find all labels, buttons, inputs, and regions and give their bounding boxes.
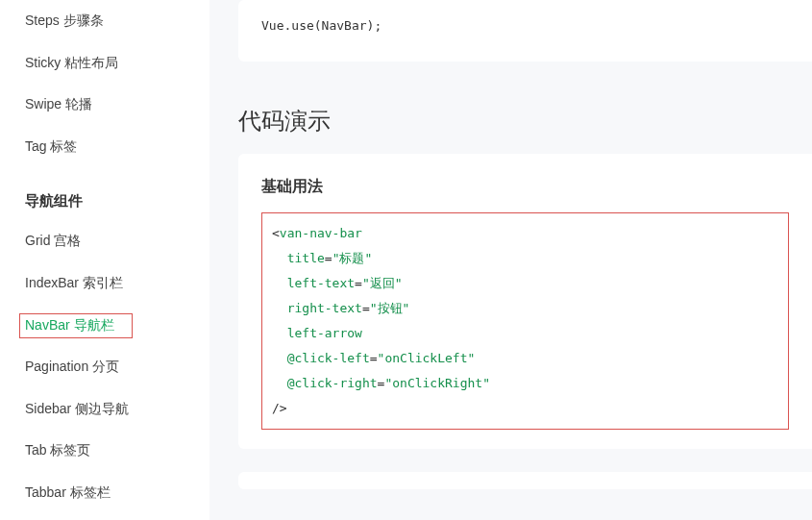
install-code: Vue.use(NavBar); — [261, 13, 789, 38]
sidebar-item-pagination[interactable]: Pagination 分页 — [25, 346, 209, 388]
sidebar-item-sidebar[interactable]: Sidebar 侧边导航 — [25, 388, 209, 431]
sidebar-item-steps[interactable]: Steps 步骤条 — [25, 0, 209, 42]
card-demo-basic: 基础用法 <van-nav-bar title="标题" left-text="… — [238, 154, 812, 449]
sub-title-basic: 基础用法 — [261, 173, 789, 197]
sidebar-item-tag[interactable]: Tag 标签 — [25, 126, 209, 168]
sidebar-heading-nav: 导航组件 — [25, 167, 209, 220]
code-block-basic: <van-nav-bar title="标题" left-text="返回" r… — [261, 212, 789, 430]
sidebar-item-grid[interactable]: Grid 宫格 — [25, 220, 209, 262]
sidebar-item-indexbar[interactable]: IndexBar 索引栏 — [25, 262, 209, 305]
sidebar-item-tabbar[interactable]: Tabbar 标签栏 — [25, 472, 209, 514]
section-title: 代码演示 — [238, 85, 812, 154]
main-content: Vue.use(NavBar); 代码演示 基础用法 <van-nav-bar … — [209, 0, 812, 520]
card-install: Vue.use(NavBar); — [238, 0, 812, 62]
sidebar-item-tab[interactable]: Tab 标签页 — [25, 430, 209, 472]
sidebar: Steps 步骤条 Sticky 粘性布局 Swipe 轮播 Tag 标签 导航… — [0, 0, 209, 520]
card-next-peek — [238, 472, 812, 489]
sidebar-item-swipe[interactable]: Swipe 轮播 — [25, 84, 209, 126]
sidebar-item-navbar[interactable]: NavBar 导航栏 — [25, 305, 209, 347]
sidebar-item-sticky[interactable]: Sticky 粘性布局 — [25, 42, 209, 85]
